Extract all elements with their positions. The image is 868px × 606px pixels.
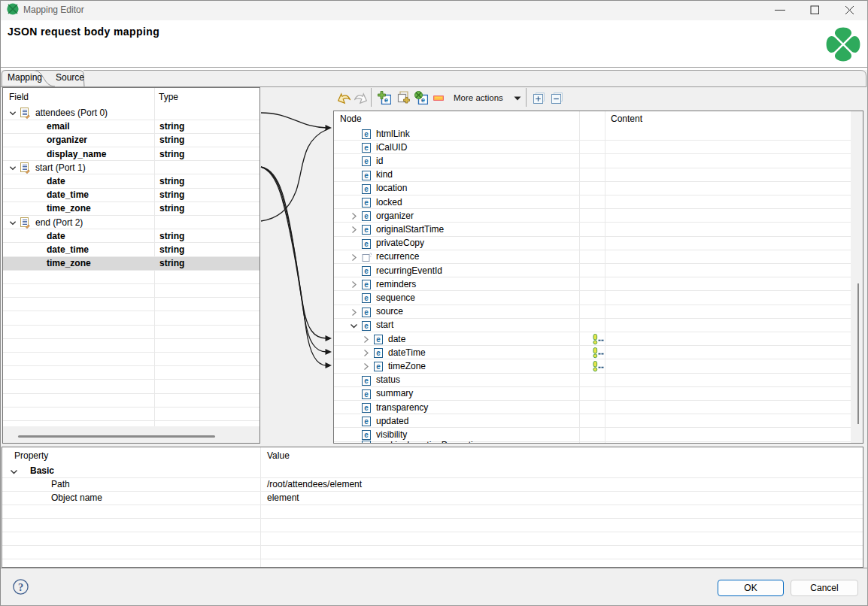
svg-text:e: e <box>364 294 369 302</box>
svg-text:e: e <box>376 349 381 357</box>
svg-text:e: e <box>364 390 369 398</box>
svg-text:e: e <box>364 417 369 426</box>
svg-text:e: e <box>364 212 369 220</box>
svg-text:e: e <box>364 441 369 444</box>
svg-text:e: e <box>384 95 388 104</box>
svg-text:e: e <box>364 404 369 412</box>
svg-text:e: e <box>364 130 369 138</box>
svg-text:e: e <box>364 377 369 385</box>
svg-text:e: e <box>376 335 381 344</box>
svg-text:e: e <box>364 185 369 193</box>
svg-text:e: e <box>364 144 369 152</box>
svg-text:e: e <box>364 267 369 275</box>
svg-text:e: e <box>364 322 369 330</box>
svg-text:e: e <box>376 362 381 371</box>
svg-text:e: e <box>364 240 369 248</box>
svg-text:e: e <box>364 280 369 289</box>
svg-text:e: e <box>364 198 369 207</box>
svg-text:e: e <box>364 226 369 234</box>
svg-text:e: e <box>364 157 369 165</box>
svg-text:e: e <box>364 171 369 180</box>
svg-text:e: e <box>364 308 369 317</box>
svg-text:?: ? <box>18 581 23 593</box>
